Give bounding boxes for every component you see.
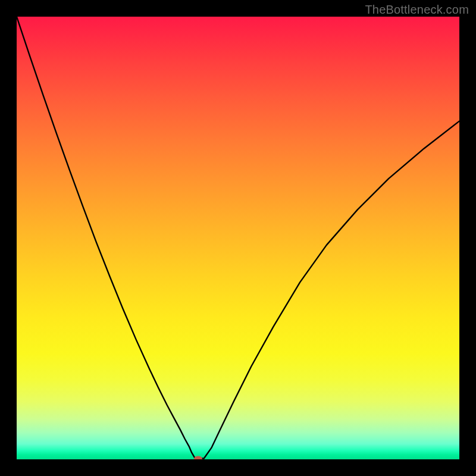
optimal-point-marker (194, 456, 202, 460)
plot-area (17, 17, 459, 459)
chart-frame: TheBottleneck.com (0, 0, 476, 476)
watermark-text: TheBottleneck.com (365, 3, 469, 17)
bottleneck-curve (17, 17, 459, 459)
